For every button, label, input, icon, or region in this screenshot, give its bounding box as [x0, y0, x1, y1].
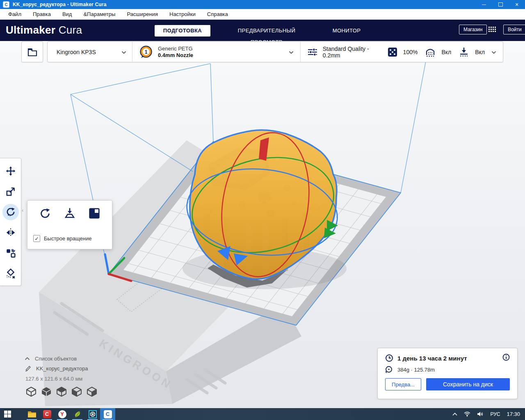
material-usage: 384g · 125.78m	[397, 367, 435, 373]
tab-monitor[interactable]: МОНИТОР	[324, 25, 369, 37]
move-tool-button[interactable]	[2, 161, 20, 181]
menu-view[interactable]: Вид	[57, 9, 78, 19]
tab-prepare[interactable]: ПОДГОТОВКА	[155, 25, 210, 37]
adhesion-value: Вкл	[475, 49, 485, 55]
quick-rotation-checkbox[interactable]: ✓	[33, 235, 40, 242]
view-3d-button[interactable]	[25, 386, 37, 397]
object-list-header: Список объектов	[35, 356, 77, 362]
printer-selector[interactable]: Kingroon KP3S	[48, 42, 132, 62]
profile-name: Standard Quality - 0.2mm	[323, 46, 388, 59]
view-left-button[interactable]	[70, 386, 83, 397]
reset-rotation-button[interactable]	[38, 206, 52, 220]
panel-collapse-chevron[interactable]: ‹	[22, 207, 23, 213]
apps-grid-icon[interactable]	[488, 25, 497, 34]
configuration-bar: Kingroon KP3S 1 Generic PETG 0.4mm Nozzl…	[47, 41, 503, 62]
maximize-button[interactable]	[492, 0, 509, 9]
cura-logo: Ultimaker Cura	[6, 24, 82, 37]
cura-app-icon: C	[3, 1, 9, 8]
mirror-tool-button[interactable]	[2, 222, 20, 243]
viewport-3d[interactable]: KINGROON	[0, 41, 525, 408]
menu-bar: Файл Правка Вид &Параметры Расширения На…	[0, 9, 525, 20]
object-list-toggle[interactable]: Список объектов	[25, 354, 123, 363]
info-icon[interactable]	[502, 354, 510, 363]
chevron-down-icon[interactable]	[491, 48, 496, 56]
taskbar-app-c-button[interactable]: C	[39, 408, 55, 420]
preview-button[interactable]: Предва...	[385, 378, 421, 390]
taskbar-clock[interactable]: 17:30	[503, 408, 525, 420]
maximize-icon	[498, 2, 503, 7]
red-c-app-icon: C	[43, 410, 51, 418]
scale-icon	[5, 186, 16, 197]
view-right-button[interactable]	[85, 386, 98, 397]
rotate-tool-popup: ✓ Быстрое вращение	[27, 200, 112, 249]
folder-icon	[27, 47, 38, 57]
clock-icon	[385, 354, 393, 362]
svg-text:1: 1	[145, 49, 148, 55]
minimize-button[interactable]	[476, 0, 492, 9]
close-icon: ×	[515, 2, 518, 7]
print-settings-selector[interactable]: Standard Quality - 0.2mm 100%	[301, 42, 503, 62]
wifi-icon[interactable]	[461, 408, 474, 420]
chevron-down-icon	[121, 48, 126, 56]
menu-preferences[interactable]: Настройки	[164, 9, 201, 19]
cura-application-window: C KK_корус_редуктора - Ultimaker Cura × …	[0, 0, 525, 420]
extruder-1-badge: 1	[140, 46, 152, 59]
taskbar-explorer-button[interactable]	[24, 408, 39, 420]
pencil-icon	[25, 365, 31, 372]
object-list-panel: Список объектов KK_корус_редуктора 127.6…	[25, 354, 123, 397]
support-icon	[425, 47, 436, 57]
menu-extensions[interactable]: Расширения	[121, 9, 164, 19]
save-to-disk-button[interactable]: Сохранить на диск	[426, 378, 510, 390]
support-blocker-button[interactable]	[2, 263, 20, 284]
marketplace-button[interactable]: Магазин	[459, 25, 487, 34]
menu-edit[interactable]: Правка	[27, 9, 57, 19]
object-list-item[interactable]: KK_корус_редуктора	[25, 363, 123, 373]
file-explorer-icon	[27, 411, 37, 418]
cura-taskbar-icon: C	[104, 410, 112, 418]
move-icon	[5, 166, 16, 176]
windows-logo-icon	[4, 411, 11, 418]
lay-flat-icon	[64, 207, 76, 219]
select-face-align-button[interactable]	[87, 206, 101, 220]
open-file-button[interactable]	[21, 41, 43, 62]
menu-settings-params[interactable]: &Параметры	[78, 9, 121, 19]
material-selector[interactable]: 1 Generic PETG 0.4mm Nozzle	[132, 42, 301, 62]
yandex-browser-icon: Y	[58, 410, 66, 418]
sign-in-button[interactable]: Войти	[503, 25, 525, 34]
chevron-up-icon	[25, 357, 30, 361]
object-dimensions: 127.6 x 121.6 x 64.0 мм	[25, 376, 123, 382]
volume-icon[interactable]	[474, 408, 487, 420]
support-blocker-icon	[5, 268, 16, 279]
material-spool-icon	[385, 366, 393, 373]
window-title: KK_корус_редуктора - Ultimaker Cura	[13, 2, 107, 7]
taskbar-cura-button[interactable]: C	[100, 408, 115, 420]
view-front-button[interactable]	[40, 386, 52, 397]
tab-preview[interactable]: ПРЕДВАРИТЕЛЬНЫЙ ПРОСМОТР	[221, 25, 312, 37]
start-button[interactable]	[0, 408, 15, 420]
sliders-icon	[307, 47, 318, 57]
language-indicator[interactable]: РУС	[487, 408, 503, 420]
tray-chevron-up[interactable]	[449, 408, 461, 420]
taskbar-yandex-button[interactable]: Y	[55, 408, 70, 420]
per-model-settings-button[interactable]	[2, 243, 20, 263]
lay-flat-button[interactable]	[63, 206, 77, 220]
nozzle-size: 0.4mm Nozzle	[158, 52, 193, 59]
view-top-icon	[56, 386, 67, 397]
material-name: Generic PETG	[158, 46, 193, 52]
scale-tool-button[interactable]	[2, 181, 20, 202]
menu-file[interactable]: Файл	[2, 9, 27, 19]
view-top-button[interactable]	[55, 386, 68, 397]
view-left-icon	[71, 386, 82, 397]
minimize-icon	[482, 5, 486, 5]
k-compass-app-icon	[89, 410, 97, 418]
taskbar-k-app-button[interactable]	[85, 408, 100, 420]
taskbar-green-app-button[interactable]	[70, 408, 85, 420]
camera-view-buttons	[25, 386, 123, 397]
close-button[interactable]: ×	[509, 0, 525, 9]
infill-value: 100%	[403, 49, 418, 55]
printer-name: Kingroon KP3S	[57, 49, 96, 55]
menu-help[interactable]: Справка	[201, 9, 234, 19]
select-face-icon	[88, 207, 100, 219]
rotate-tool-button[interactable]	[2, 202, 20, 222]
object-name: KK_корус_редуктора	[36, 365, 88, 372]
